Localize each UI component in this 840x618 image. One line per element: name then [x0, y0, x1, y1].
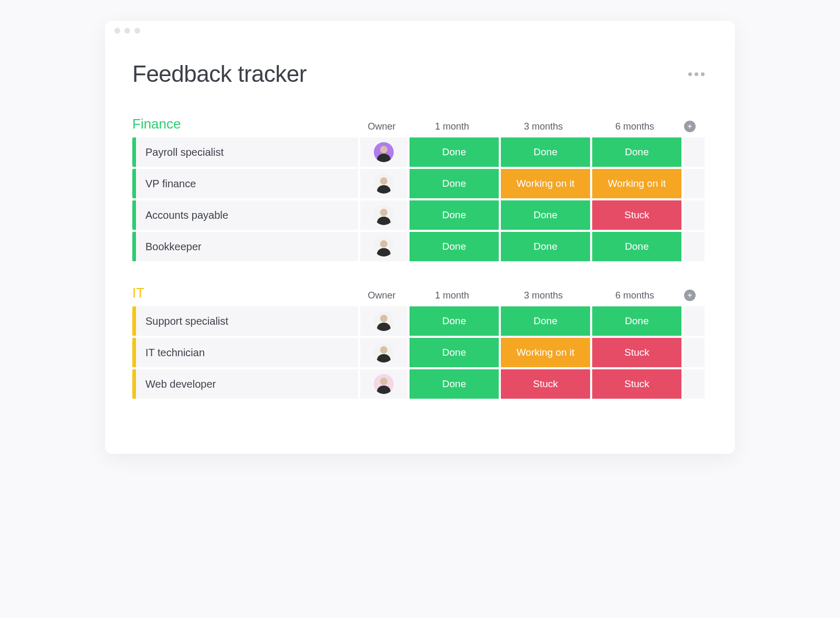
group-name[interactable]: IT	[132, 285, 358, 301]
row-name-cell[interactable]: Web developer	[136, 369, 358, 399]
row-tail-cell	[684, 169, 705, 198]
window-dot	[114, 28, 120, 34]
group: FinanceOwner1 month3 months6 months+Payr…	[132, 116, 708, 261]
row-name-cell[interactable]: VP finance	[136, 169, 358, 198]
group: ITOwner1 month3 months6 months+Support s…	[132, 285, 708, 399]
plus-icon: +	[687, 122, 692, 131]
owner-column-header[interactable]: Owner	[358, 290, 405, 301]
status-cell[interactable]: Working on it	[501, 338, 590, 367]
avatar	[374, 237, 394, 257]
row-tail-cell	[684, 137, 705, 167]
owner-cell[interactable]	[360, 369, 407, 399]
month1-column-header[interactable]: 1 month	[407, 290, 497, 301]
window-titlebar	[105, 21, 735, 40]
row-tail-cell	[684, 232, 705, 261]
board-content: Feedback tracker FinanceOwner1 month3 mo…	[105, 40, 735, 454]
owner-column-header[interactable]: Owner	[358, 121, 405, 132]
avatar	[374, 343, 394, 363]
status-cell[interactable]: Stuck	[592, 200, 681, 230]
row-accent	[132, 306, 136, 336]
table-row: Support specialistDoneDoneDone	[132, 306, 708, 336]
status-cell[interactable]: Done	[501, 137, 590, 167]
table-row: Payroll specialistDoneDoneDone	[132, 137, 708, 167]
status-cell[interactable]: Done	[410, 169, 499, 198]
row-name-cell[interactable]: IT technician	[136, 338, 358, 367]
status-cell[interactable]: Done	[592, 232, 681, 261]
board-title: Feedback tracker	[132, 61, 307, 87]
status-cell[interactable]: Done	[501, 200, 590, 230]
row-name-cell[interactable]: Payroll specialist	[136, 137, 358, 167]
row-name-cell[interactable]: Bookkeeper	[136, 232, 358, 261]
row-accent	[132, 232, 136, 261]
avatar	[374, 174, 394, 194]
row-accent	[132, 338, 136, 367]
group-header: FinanceOwner1 month3 months6 months+	[132, 116, 708, 132]
owner-cell[interactable]	[360, 306, 407, 336]
status-cell[interactable]: Stuck	[592, 369, 681, 399]
avatar	[374, 374, 394, 394]
plus-icon: +	[687, 291, 692, 300]
status-cell[interactable]: Stuck	[501, 369, 590, 399]
window-dot	[134, 28, 140, 34]
owner-cell[interactable]	[360, 137, 407, 167]
owner-cell[interactable]	[360, 232, 407, 261]
group-header: ITOwner1 month3 months6 months+	[132, 285, 708, 301]
row-name-cell[interactable]: Support specialist	[136, 306, 358, 336]
avatar	[374, 311, 394, 331]
avatar	[374, 205, 394, 225]
status-cell[interactable]: Done	[592, 137, 681, 167]
status-cell[interactable]: Done	[410, 200, 499, 230]
board-header: Feedback tracker	[132, 61, 708, 87]
status-cell[interactable]: Done	[501, 232, 590, 261]
table-row: IT technicianDoneWorking on itStuck	[132, 338, 708, 367]
month6-column-header[interactable]: 6 months	[590, 121, 679, 132]
row-accent	[132, 137, 136, 167]
group-name[interactable]: Finance	[132, 116, 358, 132]
month3-column-header[interactable]: 3 months	[499, 290, 588, 301]
owner-cell[interactable]	[360, 169, 407, 198]
status-cell[interactable]: Done	[410, 137, 499, 167]
table-row: Web developerDoneStuckStuck	[132, 369, 708, 399]
status-cell[interactable]: Done	[410, 338, 499, 367]
table-row: VP financeDoneWorking on itWorking on it	[132, 169, 708, 198]
add-column-cell: +	[679, 121, 700, 132]
add-column-button[interactable]: +	[684, 290, 696, 301]
add-column-button[interactable]: +	[684, 121, 696, 132]
row-tail-cell	[684, 200, 705, 230]
row-accent	[132, 369, 136, 399]
avatar	[374, 142, 394, 162]
status-cell[interactable]: Stuck	[592, 338, 681, 367]
month6-column-header[interactable]: 6 months	[590, 290, 679, 301]
row-name-cell[interactable]: Accounts payable	[136, 200, 358, 230]
row-accent	[132, 169, 136, 198]
status-cell[interactable]: Done	[410, 306, 499, 336]
row-accent	[132, 200, 136, 230]
board-options-button[interactable]	[685, 69, 708, 79]
status-cell[interactable]: Working on it	[501, 169, 590, 198]
status-cell[interactable]: Done	[410, 369, 499, 399]
month3-column-header[interactable]: 3 months	[499, 121, 588, 132]
row-tail-cell	[684, 338, 705, 367]
table-row: Accounts payableDoneDoneStuck	[132, 200, 708, 230]
add-column-cell: +	[679, 290, 700, 301]
owner-cell[interactable]	[360, 200, 407, 230]
table-row: BookkeeperDoneDoneDone	[132, 232, 708, 261]
app-window: Feedback tracker FinanceOwner1 month3 mo…	[105, 21, 735, 454]
owner-cell[interactable]	[360, 338, 407, 367]
row-tail-cell	[684, 369, 705, 399]
status-cell[interactable]: Done	[501, 306, 590, 336]
window-dot	[124, 28, 130, 34]
status-cell[interactable]: Working on it	[592, 169, 681, 198]
month1-column-header[interactable]: 1 month	[407, 121, 497, 132]
status-cell[interactable]: Done	[410, 232, 499, 261]
row-tail-cell	[684, 306, 705, 336]
status-cell[interactable]: Done	[592, 306, 681, 336]
